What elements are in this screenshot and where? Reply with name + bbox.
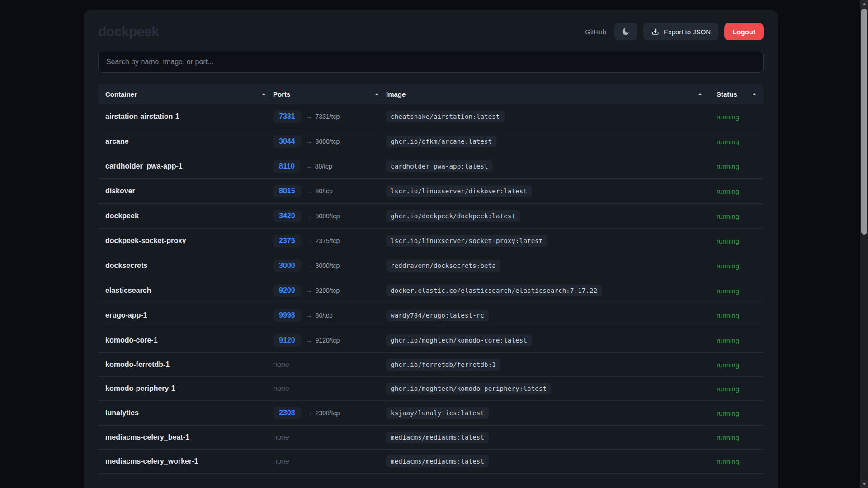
port-none: none — [273, 457, 289, 465]
column-header-container[interactable]: Container ▲ — [98, 90, 273, 98]
port-none: none — [273, 361, 289, 369]
port-mapping: → 2308/tcp — [307, 409, 340, 417]
sort-asc-icon[interactable]: ▲ — [374, 92, 379, 96]
table-row: erugo-app-1 9998 → 80/tcp wardy784/erugo… — [98, 303, 764, 328]
column-header-image[interactable]: Image ▲ — [386, 90, 709, 98]
host-port-link[interactable]: 3044 — [273, 135, 301, 148]
container-name: elasticsearch — [105, 286, 151, 295]
status-badge: running — [717, 385, 739, 393]
image-badge: ghcr.io/moghtech/komodo-periphery:latest — [386, 383, 551, 394]
table-row: dockpeek-socket-proxy 2375 → 2375/tcp ls… — [98, 229, 764, 253]
status-badge: running — [717, 163, 739, 170]
host-port-link[interactable]: 2375 — [273, 235, 301, 247]
scroll-down-icon: ▼ — [862, 482, 866, 486]
column-header-status[interactable]: Status ▲ — [709, 90, 764, 98]
host-port-link[interactable]: 2308 — [273, 407, 301, 419]
theme-toggle-button[interactable] — [614, 23, 637, 40]
container-name: komodo-periphery-1 — [105, 385, 175, 393]
port-arrow-icon: → — [307, 213, 312, 220]
port-mapping: → 9120/tcp — [307, 337, 340, 344]
status-badge: running — [717, 409, 739, 417]
target-port: 3000/tcp — [316, 138, 340, 145]
sort-asc-icon[interactable]: ▲ — [261, 92, 266, 96]
container-name: dockpeek — [105, 212, 139, 220]
host-port-link[interactable]: 8015 — [273, 185, 301, 197]
target-port: 2375/tcp — [316, 237, 340, 244]
host-port-link[interactable]: 9998 — [273, 309, 301, 322]
host-port-link[interactable]: 7331 — [273, 110, 301, 123]
host-port-link[interactable]: 3420 — [273, 210, 301, 222]
container-name: docksecrets — [105, 262, 147, 270]
status-badge: running — [717, 237, 739, 245]
target-port: 8000/tcp — [316, 212, 340, 220]
container-name: diskover — [105, 187, 135, 195]
table-row: dockpeek 3420 → 8000/tcp ghcr.io/dockpee… — [98, 204, 764, 229]
port-mapping: → 9200/tcp — [307, 287, 340, 294]
image-badge: cheatsnake/airstation:latest — [386, 111, 505, 122]
container-name: komodo-ferretdb-1 — [105, 361, 170, 369]
host-port-link[interactable]: 9120 — [273, 334, 301, 347]
port-none: none — [273, 433, 289, 441]
app-header: dockpeek GitHub Export to JS — [98, 21, 764, 42]
host-port-link[interactable]: 3000 — [273, 259, 301, 272]
table-row: lunalytics 2308 → 2308/tcp ksjaay/lunaly… — [98, 401, 764, 426]
target-port: 80/tcp — [316, 312, 333, 319]
port-mapping: → 3000/tcp — [307, 262, 340, 269]
table-row: mediacms-celery_worker-1 none mediacms/m… — [98, 450, 764, 474]
logout-button[interactable]: Logout — [724, 23, 764, 40]
table-row: elasticsearch 9200 → 9200/tcp docker.ela… — [98, 278, 764, 303]
container-name: komodo-core-1 — [105, 336, 158, 344]
container-name: airstation-airstation-1 — [105, 113, 179, 121]
port-arrow-icon: → — [307, 263, 312, 269]
scrollbar[interactable]: ▲ ▼ — [860, 0, 868, 488]
host-port-link[interactable]: 8110 — [273, 160, 301, 173]
column-label: Status — [717, 90, 737, 98]
status-badge: running — [717, 262, 739, 270]
container-name: dockpeek-socket-proxy — [105, 237, 186, 245]
container-name: mediacms-celery_beat-1 — [105, 433, 189, 441]
status-badge: running — [717, 434, 739, 441]
port-mapping: → 7331/tcp — [307, 113, 340, 120]
search-input[interactable] — [98, 51, 764, 73]
table-row: komodo-core-1 9120 → 9120/tcp ghcr.io/mo… — [98, 328, 764, 353]
container-name: cardholder_pwa-app-1 — [105, 162, 183, 170]
table-row: komodo-periphery-1 none ghcr.io/moghtech… — [98, 377, 764, 401]
port-arrow-icon: → — [306, 163, 312, 170]
export-json-button[interactable]: Export to JSON — [643, 23, 718, 40]
image-badge: cardholder_pwa-app:latest — [386, 160, 493, 172]
column-header-ports[interactable]: Ports ▲ — [273, 90, 386, 98]
table-row: docksecrets 3000 → 3000/tcp reddravenn/d… — [98, 253, 764, 278]
table-row: airstation-airstation-1 7331 → 7331/tcp … — [98, 104, 764, 129]
port-arrow-icon: → — [307, 312, 312, 319]
container-name: mediacms-celery_worker-1 — [105, 457, 198, 465]
container-name: arcane — [105, 137, 129, 145]
image-badge: ghcr.io/dockpeek/dockpeek:latest — [386, 210, 520, 222]
port-arrow-icon: → — [307, 138, 312, 145]
table-row: mediacms-celery_beat-1 none mediacms/med… — [98, 426, 764, 450]
image-badge: ghcr.io/moghtech/komodo-core:latest — [386, 334, 532, 346]
image-badge: mediacms/mediacms:latest — [386, 455, 489, 467]
image-badge: wardy784/erugo:latest-rc — [386, 310, 489, 321]
status-badge: running — [717, 188, 739, 195]
scroll-down-button[interactable]: ▼ — [860, 480, 868, 488]
table-row: cardholder_pwa-app-1 8110 → 80/tcp cardh… — [98, 154, 764, 179]
target-port: 9200/tcp — [316, 287, 340, 294]
scroll-up-button[interactable]: ▲ — [860, 0, 868, 8]
status-badge: running — [717, 212, 739, 220]
host-port-link[interactable]: 9200 — [273, 284, 301, 297]
port-arrow-icon: → — [307, 410, 312, 417]
github-link[interactable]: GitHub — [585, 28, 606, 36]
target-port: 2308/tcp — [316, 409, 340, 417]
scrollbar-thumb[interactable] — [861, 9, 867, 235]
port-mapping: → 80/tcp — [307, 312, 333, 319]
app-title: dockpeek — [98, 24, 159, 39]
image-badge: lscr.io/linuxserver/diskover:latest — [386, 185, 532, 197]
table-body: airstation-airstation-1 7331 → 7331/tcp … — [98, 104, 764, 474]
sort-asc-icon[interactable]: ▲ — [751, 92, 757, 96]
table-header-row: Container ▲ Ports ▲ Image ▲ Status ▲ — [98, 84, 764, 104]
port-arrow-icon: → — [307, 238, 312, 244]
export-icon — [651, 28, 660, 36]
sort-asc-icon[interactable]: ▲ — [697, 92, 703, 96]
status-badge: running — [717, 113, 739, 121]
table-row: komodo-ferretdb-1 none ghcr.io/ferretdb/… — [98, 353, 764, 377]
